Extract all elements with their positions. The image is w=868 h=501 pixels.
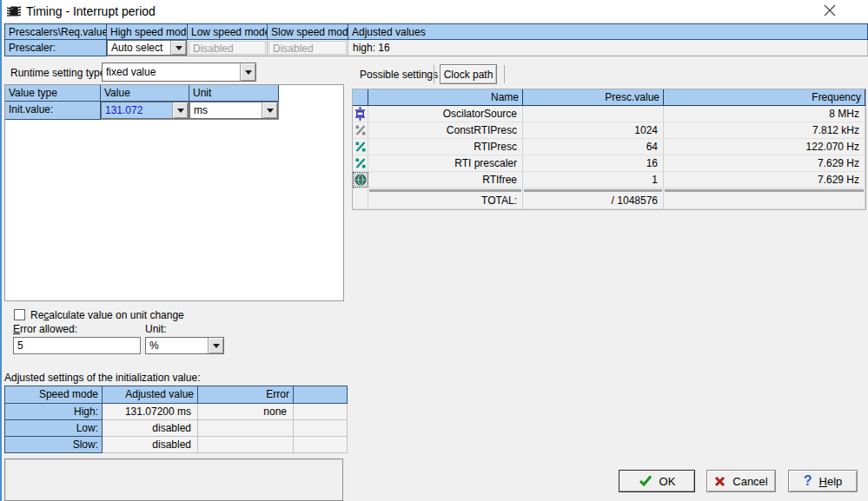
- clock-row-name[interactable]: RTI prescaler: [368, 155, 523, 172]
- runtime-setting-type-select[interactable]: fixed value: [102, 63, 256, 82]
- dropdown-button[interactable]: [208, 338, 223, 353]
- title-bar: Timing - Interrupt period: [2, 0, 868, 22]
- column-header: Adjusted value: [103, 386, 198, 404]
- table-cell: [294, 404, 348, 420]
- error-cell: [198, 420, 294, 437]
- error-allowed-label: Error allowed:: [13, 323, 77, 335]
- close-icon[interactable]: [823, 3, 837, 17]
- adjusted-value-cell: disabled: [103, 420, 198, 437]
- row-label-prescaler: Prescaler:: [5, 40, 107, 56]
- table-cell: Auto select: [107, 40, 188, 56]
- chevron-down-icon: [177, 109, 184, 116]
- table-cell: 131.072: [101, 102, 189, 120]
- error-cell: [198, 437, 294, 453]
- clock-row-freq[interactable]: 7.629 Hz: [664, 155, 865, 172]
- dropdown-button[interactable]: [262, 102, 277, 118]
- column-header: Value type: [5, 85, 101, 102]
- clock-row-presc[interactable]: [523, 106, 664, 122]
- value-table: Value type Value Unit Init.value: 131.07…: [5, 85, 279, 120]
- clock-row-name[interactable]: RTIPresc: [368, 139, 523, 155]
- cancel-button[interactable]: Cancel: [706, 470, 776, 492]
- column-header: Adjusted values: [348, 24, 868, 40]
- adjusted-settings-table: Speed mode Adjusted value Error High: 13…: [4, 386, 348, 453]
- error-allowed-input[interactable]: [13, 337, 141, 354]
- icon-column-header: [353, 89, 368, 106]
- adjusted-value-cell: 131.07200 ms: [103, 404, 198, 420]
- column-header: Value: [101, 85, 189, 102]
- dialog-window: Timing - Interrupt period Prescalers\Req…: [0, 0, 868, 501]
- clock-row-name[interactable]: RTIfree: [368, 172, 523, 188]
- adjusted-settings-caption: Adjusted settings of the initialization …: [4, 372, 200, 384]
- chevron-down-icon: [245, 70, 252, 78]
- chevron-down-icon: [267, 109, 274, 116]
- clock-row-freq[interactable]: 122.070 Hz: [664, 139, 865, 155]
- question-mark-icon: ?: [804, 473, 812, 489]
- recalculate-checkbox[interactable]: [14, 309, 25, 320]
- column-header: [294, 386, 348, 404]
- chip-icon: [7, 4, 21, 18]
- table-cell: ms: [189, 102, 279, 120]
- prescaler-slow-speed-disabled: Disabled: [268, 41, 347, 55]
- clock-row-freq[interactable]: 7.812 kHz: [664, 122, 865, 139]
- prescaler-low-speed-disabled: Disabled: [189, 41, 266, 55]
- window-title: Timing - Interrupt period: [26, 4, 156, 18]
- dropdown-button[interactable]: [172, 102, 188, 118]
- selected-icon-frame: [354, 173, 368, 187]
- cross-icon: [714, 476, 726, 487]
- prescaler-divider-green-icon[interactable]: [353, 155, 368, 172]
- value-panel: Value type Value Unit Init.value: 131.07…: [4, 84, 344, 301]
- prescaler-divider-gray-icon[interactable]: [353, 122, 368, 139]
- error-cell: none: [198, 404, 294, 420]
- column-header: Presc.value: [523, 89, 664, 106]
- row-label-init-value: Init.value:: [5, 102, 101, 120]
- column-header: Low speed mode: [188, 24, 268, 40]
- column-header: Frequency: [664, 89, 865, 106]
- total-value: / 1048576: [523, 193, 664, 209]
- rti-free-globe-icon[interactable]: [353, 172, 368, 188]
- row-label-high: High:: [5, 404, 103, 420]
- check-icon: [639, 475, 653, 487]
- prescaler-divider-green-icon[interactable]: [353, 139, 368, 155]
- tab-possible-settings[interactable]: Possible settings: [360, 69, 438, 81]
- table-cell: [294, 420, 348, 437]
- table-cell: Disabled: [188, 40, 268, 56]
- chevron-down-icon: [213, 344, 220, 352]
- column-header: Error: [198, 386, 294, 404]
- tab-divider: [504, 65, 505, 83]
- error-unit-select[interactable]: %: [145, 337, 224, 354]
- adjusted-values-cell: high: 16: [348, 40, 868, 56]
- row-label-low: Low:: [5, 420, 103, 437]
- ok-button[interactable]: OK: [619, 470, 695, 492]
- prescaler-table: Prescalers\Req.value High speed mode Low…: [4, 23, 868, 56]
- table-cell: [664, 193, 865, 209]
- table-cell: [353, 193, 368, 209]
- runtime-setting-type-label: Runtime setting type:: [10, 67, 109, 79]
- clock-row-freq[interactable]: 7.629 Hz: [664, 172, 865, 188]
- clock-row-name[interactable]: ConstRTIPresc: [368, 122, 523, 139]
- recalculate-label: Recalculate value on unit change: [30, 309, 184, 321]
- unit-label: Unit:: [145, 323, 167, 335]
- clock-row-presc[interactable]: 64: [523, 139, 664, 155]
- dropdown-button[interactable]: [240, 63, 255, 81]
- message-panel: [4, 458, 343, 501]
- chevron-down-icon: [176, 46, 182, 54]
- unit-select-ms[interactable]: ms: [189, 102, 278, 119]
- prescaler-high-speed-select[interactable]: Auto select: [107, 40, 187, 56]
- column-header: Prescalers\Req.value: [5, 24, 107, 40]
- clock-row-presc[interactable]: 1024: [523, 122, 664, 139]
- clock-row-presc[interactable]: 16: [523, 155, 664, 172]
- table-cell: Disabled: [268, 40, 348, 56]
- init-value-input[interactable]: 131.072: [101, 102, 189, 119]
- tab-divider: [434, 65, 434, 83]
- clock-row-name[interactable]: OscilatorSource: [368, 106, 523, 122]
- adjusted-value-cell: disabled: [103, 437, 198, 453]
- dropdown-button[interactable]: [170, 41, 186, 55]
- table-cell: [294, 437, 348, 453]
- oscillator-source-icon[interactable]: [353, 106, 368, 122]
- help-button[interactable]: ? Help: [788, 470, 858, 492]
- clock-row-freq[interactable]: 8 MHz: [664, 106, 865, 122]
- clock-path-table: Name Presc.value Frequency OscilatorSour…: [352, 89, 866, 210]
- tab-clock-path[interactable]: Clock path: [440, 64, 497, 84]
- column-header: High speed mode: [107, 24, 188, 40]
- clock-row-presc[interactable]: 1: [523, 172, 664, 188]
